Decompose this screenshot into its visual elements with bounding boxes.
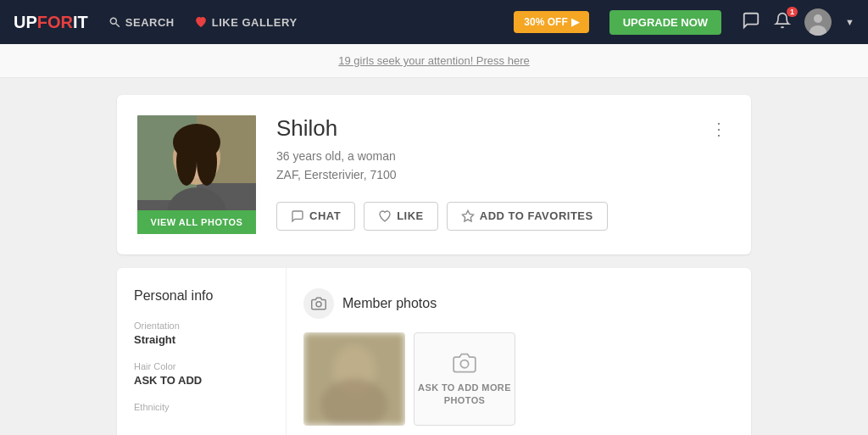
logo-for: FOR	[37, 13, 73, 31]
logo[interactable]: UPFORIT	[14, 13, 88, 32]
star-icon	[461, 209, 475, 223]
logo-up: UP	[14, 13, 37, 31]
svg-line-1	[116, 24, 120, 27]
notifications-button[interactable]: 1	[774, 12, 791, 33]
profile-name: Shiloh	[276, 115, 397, 142]
photo-thumb-img-1	[303, 332, 405, 426]
camera-icon-circle	[303, 288, 334, 319]
ask-add-more-photos-button[interactable]: ASK TO ADD MORE PHOTOS	[414, 332, 515, 426]
profile-photo-wrap: VIEW ALL PHOTOS	[137, 115, 256, 234]
svg-point-11	[176, 138, 197, 186]
blurred-photo-svg	[303, 332, 405, 426]
info-field-ethnicity: Ethnicity	[134, 402, 269, 412]
svg-point-15	[316, 302, 321, 307]
camera-header-icon	[311, 296, 326, 311]
personal-info-title: Personal info	[134, 288, 269, 304]
member-photos-title: Member photos	[342, 296, 437, 311]
like-gallery-label: LIKE GALLERY	[212, 16, 298, 29]
svg-point-0	[110, 18, 116, 24]
avatar-image	[804, 8, 832, 36]
chat-label: CHAT	[309, 209, 341, 222]
info-field-orientation: Orientation Straight	[134, 321, 269, 346]
profile-age-gender: 36 years old, a woman	[276, 147, 397, 165]
like-gallery-nav-link[interactable]: LIKE GALLERY	[195, 16, 298, 29]
svg-marker-14	[462, 210, 473, 221]
attention-bar: 19 girls seek your attention! Press here	[0, 44, 868, 78]
photo-thumb-1[interactable]	[303, 332, 405, 426]
orientation-label: Orientation	[134, 321, 269, 331]
discount-button[interactable]: 30% OFF ▶	[514, 11, 588, 33]
attention-link[interactable]: 19 girls seek your attention! Press here	[338, 54, 529, 67]
svg-point-20	[460, 360, 468, 367]
discount-label: 30% OFF	[524, 16, 567, 28]
member-photos-header: Member photos	[303, 288, 734, 319]
logo-it: IT	[73, 13, 88, 31]
bottom-section: Personal info Orientation Straight Hair …	[117, 268, 751, 435]
orientation-value: Straight	[134, 333, 269, 346]
svg-rect-19	[303, 332, 405, 426]
search-label: SEARCH	[125, 16, 175, 29]
svg-point-12	[197, 138, 217, 186]
profile-location: ZAF, Eersterivier, 7100	[276, 165, 397, 184]
profile-actions: CHAT LIKE ADD TO FAVORITES	[276, 202, 731, 231]
arrow-icon: ▶	[571, 16, 579, 28]
heart-icon	[195, 16, 207, 28]
search-nav-link[interactable]: SEARCH	[108, 16, 175, 29]
member-photos-panel: Member photos	[287, 268, 751, 435]
ethnicity-label: Ethnicity	[134, 402, 269, 412]
chat-icon	[291, 209, 304, 223]
chat-icon-button[interactable]	[742, 11, 760, 34]
nav-icons: 1 ▼	[742, 8, 854, 36]
add-favorites-button[interactable]: ADD TO FAVORITES	[447, 202, 608, 231]
user-avatar[interactable]	[804, 8, 832, 36]
upgrade-label: UPGRADE NOW	[623, 16, 708, 29]
ask-more-photos-label: ASK TO ADD MORE PHOTOS	[415, 382, 515, 408]
like-button[interactable]: LIKE	[364, 202, 438, 231]
message-icon	[742, 11, 760, 30]
main-content: VIEW ALL PHOTOS Shiloh 36 years old, a w…	[103, 78, 765, 435]
camera-add-icon	[453, 351, 476, 375]
notification-badge: 1	[787, 7, 798, 17]
like-label: LIKE	[397, 209, 424, 222]
navbar: UPFORIT SEARCH LIKE GALLERY 30% OFF ▶ UP…	[0, 0, 868, 44]
profile-info: Shiloh 36 years old, a woman ZAF, Eerste…	[276, 115, 731, 231]
view-all-photos-button[interactable]: VIEW ALL PHOTOS	[137, 210, 256, 234]
avatar-dropdown-arrow[interactable]: ▼	[845, 17, 854, 27]
profile-card: VIEW ALL PHOTOS Shiloh 36 years old, a w…	[117, 95, 751, 254]
chat-button[interactable]: CHAT	[276, 202, 355, 231]
svg-point-3	[814, 14, 822, 23]
photos-grid: ASK TO ADD MORE PHOTOS	[303, 332, 734, 426]
hair-color-value: ASK TO ADD	[134, 374, 269, 387]
like-heart-icon	[378, 209, 392, 223]
hair-color-label: Hair color	[134, 361, 269, 371]
add-favorites-label: ADD TO FAVORITES	[480, 209, 593, 222]
upgrade-button[interactable]: UPGRADE NOW	[609, 10, 721, 35]
info-field-hair: Hair color ASK TO ADD	[134, 361, 269, 387]
personal-info-panel: Personal info Orientation Straight Hair …	[117, 268, 287, 435]
profile-more-button[interactable]: ⋮	[707, 115, 731, 142]
search-icon	[108, 16, 120, 28]
